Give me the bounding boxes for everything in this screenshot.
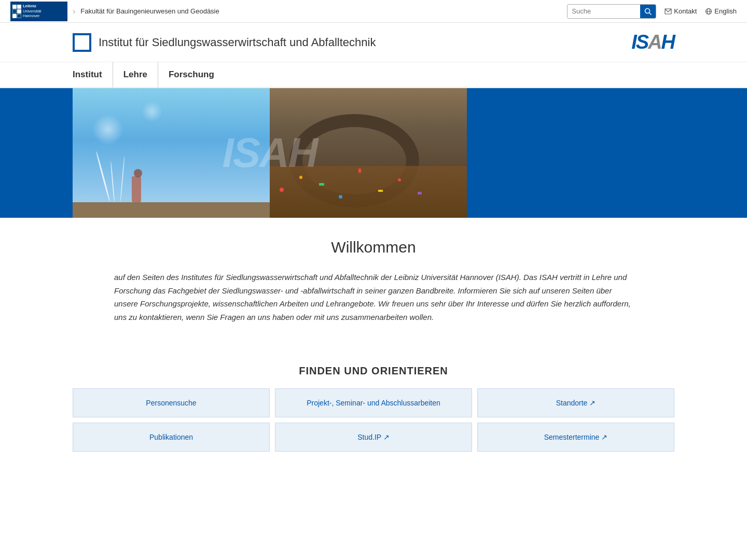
breadcrumb-link[interactable]: Fakultät für Bauingenieurwesen und Geodä… [80,7,219,15]
find-grid: Personensuche Projekt-, Seminar- und Abs… [73,388,674,452]
hero-banner: ISAH [0,88,747,218]
find-card-personensuche[interactable]: Personensuche [73,388,270,417]
nav-item-lehre[interactable]: Lehre [113,62,158,88]
page-title: Institut für Siedlungswasserwirtschaft u… [99,36,376,49]
svg-line-1 [649,12,652,15]
english-link[interactable]: English [705,7,737,15]
topbar-right: Kontakt English [567,4,737,19]
search-button[interactable] [640,5,656,18]
isah-logo: ISAH [631,31,674,53]
find-card-standorte[interactable]: Standorte ↗ [477,388,674,417]
welcome-text: auf den Seiten des Institutes für Siedlu… [114,271,633,324]
main-content: Willkommen auf den Seiten des Institutes… [0,218,747,365]
find-card-projekt-seminar[interactable]: Projekt-, Seminar- und Abschlussarbeiten [275,388,472,417]
nav-item-institut[interactable]: Institut [73,62,113,88]
find-card-semestertermine[interactable]: Semestertermine ↗ [477,423,674,452]
nav-item-forschung[interactable]: Forschung [158,62,225,88]
find-heading: FINDEN UND ORIENTIEREN [73,365,674,377]
leibniz-logo-box: Leibniz Universität Hannover [10,2,67,21]
main-nav: Institut Lehre Forschung [0,62,747,88]
header: Institut für Siedlungswasserwirtschaft u… [0,23,747,62]
contact-link[interactable]: Kontakt [665,7,697,15]
isah-logo-square [73,33,91,52]
globe-icon [705,8,712,15]
welcome-heading: Willkommen [73,239,674,256]
search-icon [644,8,652,15]
mail-icon [665,8,672,15]
search-input[interactable] [568,5,640,18]
topbar: Leibniz Universität Hannover › Fakultät … [0,0,747,23]
find-card-publikationen[interactable]: Publikationen [73,423,270,452]
find-section: FINDEN UND ORIENTIEREN Personensuche Pro… [0,365,747,472]
search-box [567,4,656,19]
find-card-studip[interactable]: Stud.IP ↗ [275,423,472,452]
hero-panel-water [73,88,270,218]
leibniz-logo[interactable]: Leibniz Universität Hannover [10,2,67,21]
hero-panel-waste [270,88,467,218]
hero-image: ISAH [73,88,467,218]
breadcrumb-separator: › [73,7,75,16]
